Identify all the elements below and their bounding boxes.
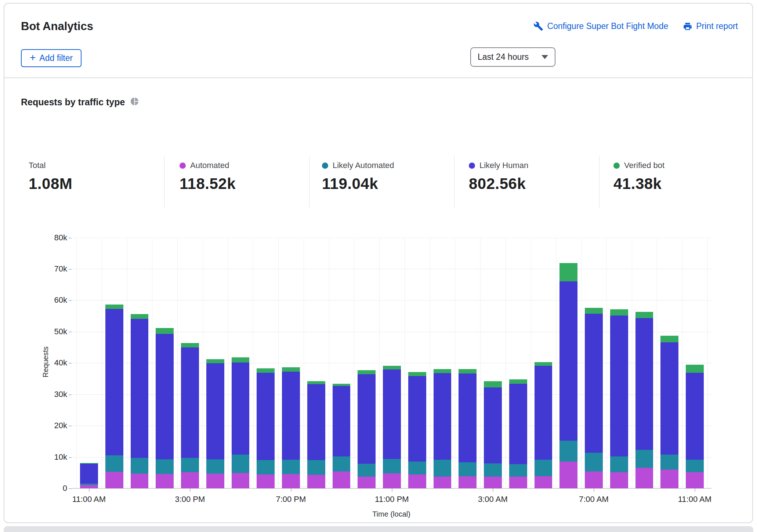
- bar-segment-likely-human[interactable]: [257, 373, 275, 460]
- stat-likely-automated[interactable]: Likely Automated119.04k: [322, 160, 454, 193]
- bar-segment-likely-automated[interactable]: [635, 450, 653, 468]
- bar-segment-verified-bot[interactable]: [131, 314, 149, 319]
- bar-segment-automated[interactable]: [105, 472, 123, 488]
- bar-segment-verified-bot[interactable]: [232, 357, 250, 363]
- bar-segment-verified-bot[interactable]: [635, 312, 653, 318]
- bar-segment-likely-human[interactable]: [358, 374, 376, 464]
- bar-segment-verified-bot[interactable]: [660, 336, 678, 342]
- bar-segment-likely-human[interactable]: [307, 384, 325, 460]
- bar-segment-likely-human[interactable]: [635, 318, 653, 450]
- bar-segment-verified-bot[interactable]: [408, 372, 426, 376]
- bar-segment-verified-bot[interactable]: [484, 381, 502, 387]
- bar-segment-verified-bot[interactable]: [535, 362, 553, 366]
- bar-segment-verified-bot[interactable]: [686, 365, 704, 372]
- bar-segment-likely-human[interactable]: [181, 347, 199, 458]
- bar-segment-verified-bot[interactable]: [257, 368, 275, 373]
- bar-segment-likely-automated[interactable]: [282, 460, 300, 474]
- bar-segment-verified-bot[interactable]: [156, 328, 174, 334]
- bar-segment-automated[interactable]: [80, 485, 98, 488]
- stat-automated[interactable]: Automated118.52k: [180, 160, 312, 193]
- bar-segment-verified-bot[interactable]: [509, 379, 527, 384]
- bar-segment-likely-human[interactable]: [333, 386, 351, 456]
- bar-segment-likely-human[interactable]: [80, 464, 98, 484]
- bar-segment-verified-bot[interactable]: [181, 343, 199, 347]
- bar-segment-verified-bot[interactable]: [434, 369, 452, 373]
- bar-segment-likely-automated[interactable]: [535, 460, 553, 476]
- bar-segment-likely-automated[interactable]: [459, 462, 477, 476]
- bar-segment-automated[interactable]: [156, 474, 174, 488]
- bar-segment-automated[interactable]: [686, 472, 704, 488]
- bar-segment-automated[interactable]: [383, 473, 401, 488]
- bar-segment-likely-automated[interactable]: [105, 455, 123, 471]
- bar-segment-likely-human[interactable]: [686, 373, 704, 460]
- bar-segment-likely-automated[interactable]: [358, 464, 376, 477]
- bar-segment-automated[interactable]: [509, 477, 527, 488]
- bar-segment-likely-automated[interactable]: [156, 459, 174, 474]
- bar-segment-likely-human[interactable]: [105, 309, 123, 455]
- bar-segment-likely-automated[interactable]: [585, 453, 603, 471]
- bar-segment-likely-automated[interactable]: [257, 460, 275, 474]
- bar-segment-likely-human[interactable]: [232, 362, 250, 454]
- bar-segment-verified-bot[interactable]: [459, 369, 477, 374]
- bar-segment-automated[interactable]: [206, 474, 224, 488]
- bar-segment-likely-human[interactable]: [610, 316, 628, 456]
- bar-segment-likely-human[interactable]: [434, 373, 452, 460]
- bar-segment-verified-bot[interactable]: [333, 384, 351, 386]
- bar-segment-likely-automated[interactable]: [408, 462, 426, 474]
- bar-segment-likely-automated[interactable]: [206, 459, 224, 473]
- bar-segment-likely-automated[interactable]: [434, 460, 452, 476]
- add-filter-button[interactable]: + Add filter: [21, 49, 82, 67]
- bar-segment-verified-bot[interactable]: [610, 309, 628, 316]
- bar-segment-likely-human[interactable]: [535, 366, 553, 460]
- bar-segment-likely-human[interactable]: [484, 387, 502, 463]
- bar-segment-likely-automated[interactable]: [181, 458, 199, 472]
- bar-segment-automated[interactable]: [333, 471, 351, 488]
- bar-segment-automated[interactable]: [635, 468, 653, 488]
- bar-segment-likely-human[interactable]: [156, 334, 174, 460]
- bar-segment-likely-automated[interactable]: [610, 456, 628, 473]
- stat-likely-human[interactable]: Likely Human802.56k: [469, 160, 601, 193]
- bar-segment-automated[interactable]: [282, 474, 300, 488]
- bar-segment-automated[interactable]: [459, 476, 477, 488]
- bar-segment-likely-automated[interactable]: [383, 459, 401, 473]
- bar-segment-likely-human[interactable]: [131, 319, 149, 458]
- bar-segment-automated[interactable]: [434, 477, 452, 488]
- print-report-link[interactable]: Print report: [683, 21, 738, 31]
- bar-segment-likely-automated[interactable]: [80, 484, 98, 485]
- bar-segment-likely-human[interactable]: [459, 374, 477, 462]
- time-range-select[interactable]: Last 24 hours: [470, 47, 555, 67]
- bar-segment-automated[interactable]: [131, 474, 149, 488]
- bar-segment-likely-automated[interactable]: [333, 456, 351, 471]
- bar-segment-verified-bot[interactable]: [585, 308, 603, 314]
- bar-segment-verified-bot[interactable]: [383, 366, 401, 369]
- bar-segment-verified-bot[interactable]: [307, 381, 325, 385]
- bar-segment-likely-automated[interactable]: [307, 460, 325, 475]
- bar-segment-likely-automated[interactable]: [509, 464, 527, 476]
- bar-segment-verified-bot[interactable]: [559, 263, 577, 281]
- bar-segment-likely-automated[interactable]: [484, 463, 502, 477]
- bar-segment-verified-bot[interactable]: [282, 367, 300, 372]
- bar-segment-automated[interactable]: [660, 470, 678, 488]
- bar-segment-verified-bot[interactable]: [358, 370, 376, 374]
- bar-segment-likely-human[interactable]: [509, 384, 527, 464]
- bar-segment-automated[interactable]: [559, 462, 577, 488]
- bar-segment-likely-automated[interactable]: [131, 458, 149, 474]
- bar-segment-verified-bot[interactable]: [80, 463, 98, 464]
- bar-segment-likely-automated[interactable]: [559, 441, 577, 462]
- bar-segment-automated[interactable]: [181, 472, 199, 488]
- bar-segment-likely-human[interactable]: [660, 342, 678, 455]
- bar-segment-likely-human[interactable]: [282, 372, 300, 460]
- bar-segment-likely-automated[interactable]: [232, 455, 250, 473]
- bar-segment-automated[interactable]: [257, 474, 275, 488]
- bar-segment-verified-bot[interactable]: [105, 305, 123, 309]
- bar-segment-likely-automated[interactable]: [660, 455, 678, 470]
- bar-segment-verified-bot[interactable]: [206, 359, 224, 363]
- bar-segment-automated[interactable]: [307, 475, 325, 488]
- bar-segment-likely-human[interactable]: [206, 363, 224, 459]
- configure-super-bot-fight-mode-link[interactable]: Configure Super Bot Fight Mode: [533, 21, 668, 31]
- bar-segment-likely-human[interactable]: [585, 314, 603, 453]
- bar-segment-likely-automated[interactable]: [686, 460, 704, 472]
- bar-segment-likely-human[interactable]: [383, 369, 401, 459]
- bar-segment-automated[interactable]: [535, 476, 553, 488]
- bar-segment-automated[interactable]: [484, 477, 502, 488]
